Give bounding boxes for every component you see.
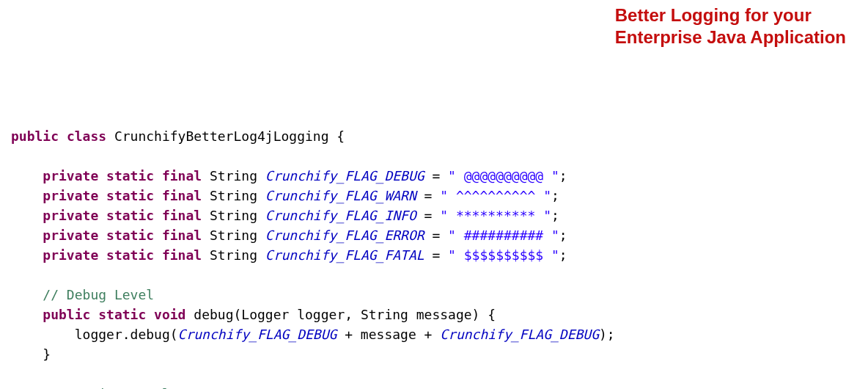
field-debug-ref2: Crunchify_FLAG_DEBUG xyxy=(440,327,599,342)
paren-open: ( xyxy=(170,327,178,342)
brace-open: { xyxy=(336,128,345,144)
field-fatal: Crunchify_FLAG_FATAL xyxy=(265,247,424,263)
field-warn: Crunchify_FLAG_WARN xyxy=(265,188,416,203)
kw-static: static xyxy=(98,307,146,322)
kw-static: static xyxy=(106,188,154,203)
kw-final: final xyxy=(162,208,202,223)
kw-final: final xyxy=(162,247,202,263)
type-string: String xyxy=(210,188,257,203)
kw-public: public xyxy=(11,128,59,144)
kw-static: static xyxy=(106,208,154,223)
kw-class: class xyxy=(67,128,106,144)
semi: ; xyxy=(559,247,567,263)
semi: ; xyxy=(551,208,559,223)
kw-final: final xyxy=(162,188,202,203)
headline-line2: Enterprise Java Application xyxy=(615,27,846,47)
semi: ; xyxy=(559,168,567,183)
brace-close: } xyxy=(43,346,51,362)
eq: = xyxy=(416,208,441,223)
str-debug: " @@@@@@@@@@ " xyxy=(448,168,559,183)
str-fatal: " $$$$$$$$$$ " xyxy=(448,247,559,263)
kw-private: private xyxy=(43,168,98,183)
paren-close-semi: ); xyxy=(599,327,615,342)
str-error: " ########## " xyxy=(448,228,559,243)
comment-debug: // Debug Level xyxy=(43,287,154,302)
kw-private: private xyxy=(43,228,98,243)
kw-private: private xyxy=(43,188,98,203)
type-string: String xyxy=(210,208,257,223)
kw-public: public xyxy=(43,307,90,322)
str-warn: " ^^^^^^^^^^ " xyxy=(440,188,551,203)
headline-line1: Better Logging for your xyxy=(615,5,812,25)
kw-static: static xyxy=(106,168,154,183)
comment-warn: // Warning Level xyxy=(43,386,169,389)
eq: = xyxy=(424,228,449,243)
semi: ; xyxy=(559,228,567,243)
kw-static: static xyxy=(106,247,154,263)
field-debug-ref1: Crunchify_FLAG_DEBUG xyxy=(178,327,337,342)
kw-private: private xyxy=(43,208,98,223)
kw-static: static xyxy=(106,228,154,243)
type-string: String xyxy=(210,228,257,243)
dot: . xyxy=(122,327,130,342)
semi: ; xyxy=(551,188,559,203)
str-info: " ********** " xyxy=(440,208,551,223)
type-string: String xyxy=(210,247,257,263)
field-info: Crunchify_FLAG_INFO xyxy=(265,208,416,223)
method-debug: debug xyxy=(194,307,233,322)
eq: = xyxy=(424,247,449,263)
call-debug: debug xyxy=(130,327,170,342)
plus-msg: + message + xyxy=(336,327,440,342)
class-name: CrunchifyBetterLog4jLogging xyxy=(114,128,329,144)
kw-private: private xyxy=(43,247,98,263)
kw-void: void xyxy=(154,307,185,322)
field-error: Crunchify_FLAG_ERROR xyxy=(265,228,424,243)
eq: = xyxy=(416,188,441,203)
field-debug: Crunchify_FLAG_DEBUG xyxy=(265,168,424,183)
kw-final: final xyxy=(162,168,202,183)
type-string: String xyxy=(210,168,257,183)
var-logger: logger xyxy=(75,327,122,342)
eq: = xyxy=(424,168,449,183)
kw-final: final xyxy=(162,228,202,243)
method-params: (Logger logger, String message) { xyxy=(234,307,496,322)
code-block: public class CrunchifyBetterLog4jLogging… xyxy=(11,126,857,389)
headline-banner: Better Logging for yourEnterprise Java A… xyxy=(615,4,846,48)
